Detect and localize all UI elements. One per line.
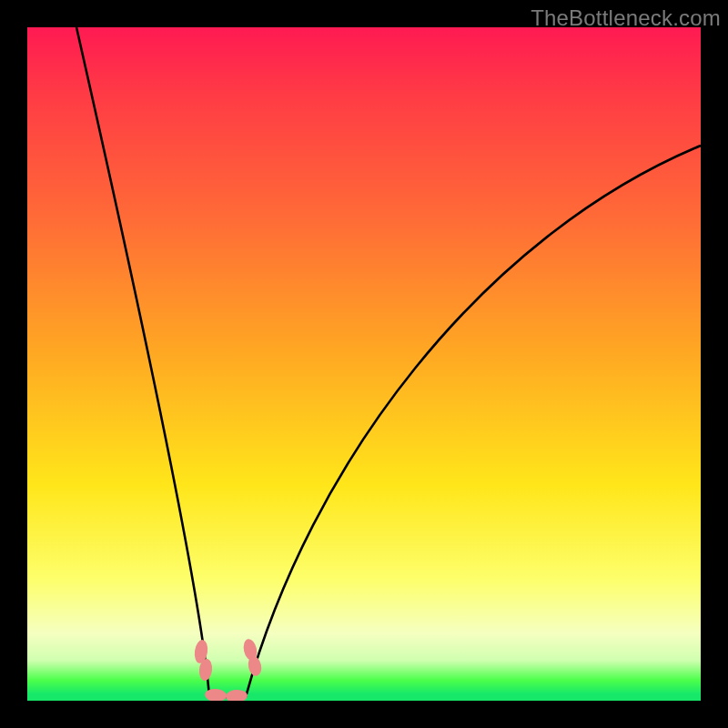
marker-dot: [226, 689, 248, 701]
curve-left: [76, 27, 209, 697]
bottleneck-curve: [27, 27, 701, 701]
chart-frame: [27, 27, 701, 701]
curve-markers: [193, 638, 263, 701]
watermark-text: TheBottleneck.com: [531, 5, 721, 31]
curve-right: [246, 146, 701, 697]
